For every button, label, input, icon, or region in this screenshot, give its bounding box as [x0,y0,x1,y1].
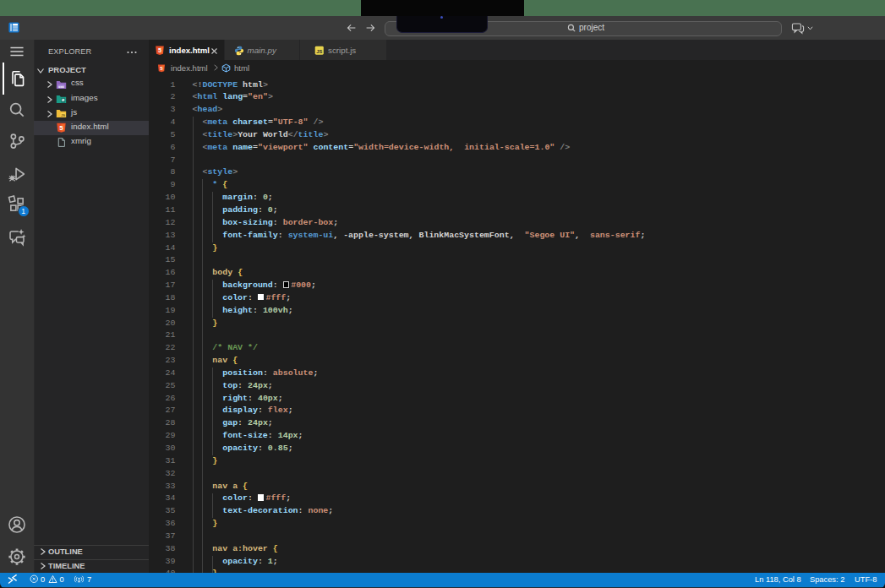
svg-text:css: css [58,84,64,88]
svg-text:5: 5 [59,124,63,132]
svg-text:JS: JS [60,113,64,117]
svg-text:JS: JS [316,49,322,54]
svg-text:5: 5 [158,47,161,54]
